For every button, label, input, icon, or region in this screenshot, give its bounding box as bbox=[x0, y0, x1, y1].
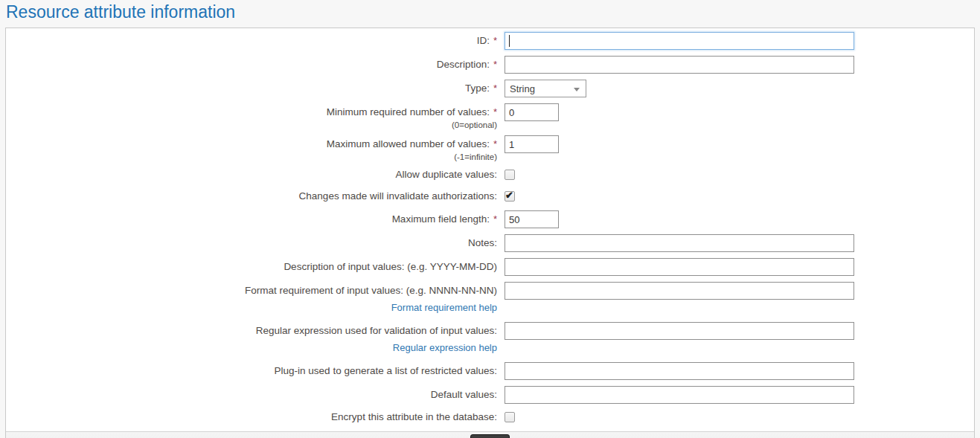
row-plugin: Plug-in used to generate a list of restr… bbox=[6, 362, 974, 380]
notes-input[interactable] bbox=[505, 234, 854, 252]
required-asterisk: * bbox=[493, 138, 497, 149]
page-title: Resource attribute information bbox=[6, 0, 980, 23]
required-asterisk: * bbox=[493, 83, 497, 94]
min-values-hint: (0=optional) bbox=[6, 120, 497, 129]
row-description: Description:* bbox=[6, 56, 974, 74]
add-button[interactable]: Add bbox=[470, 434, 509, 438]
resource-attribute-form: ID:* Description:* Type:* String bbox=[5, 28, 975, 438]
description-input[interactable] bbox=[505, 56, 854, 74]
page: { "page": { "title": "Resource attribute… bbox=[0, 0, 980, 438]
max-field-length-label: Maximum field length: bbox=[392, 213, 490, 225]
row-encrypt: Encrypt this attribute in the database: bbox=[6, 410, 974, 425]
row-type: Type:* String bbox=[6, 80, 974, 97]
row-invalidate-authorizations: Changes made will invalidate authorizati… bbox=[6, 189, 974, 204]
invalidate-authorizations-label: Changes made will invalidate authorizati… bbox=[299, 190, 497, 202]
max-values-hint: (-1=infinite) bbox=[6, 152, 497, 161]
min-values-input[interactable] bbox=[505, 103, 559, 121]
row-max-values: Maximum allowed number of values:* (-1=i… bbox=[6, 135, 974, 161]
row-allow-duplicates: Allow duplicate values: bbox=[6, 167, 974, 183]
row-notes: Notes: bbox=[6, 234, 974, 252]
default-values-input[interactable] bbox=[505, 386, 854, 404]
format-requirement-input[interactable] bbox=[505, 282, 854, 300]
regular-expression-label: Regular expression used for validation o… bbox=[256, 325, 497, 336]
text-caret bbox=[509, 35, 510, 47]
required-asterisk: * bbox=[493, 106, 497, 117]
regular-expression-help-link[interactable]: Regular expression help bbox=[393, 343, 497, 353]
type-select[interactable]: String bbox=[505, 80, 586, 97]
form-body: ID:* Description:* Type:* String bbox=[6, 28, 974, 425]
max-values-label: Maximum allowed number of values: bbox=[327, 138, 490, 149]
id-input[interactable] bbox=[505, 32, 854, 50]
notes-label: Notes: bbox=[468, 237, 497, 248]
row-default-values: Default values: bbox=[6, 386, 974, 404]
input-values-description-input[interactable] bbox=[505, 258, 854, 276]
required-asterisk: * bbox=[493, 213, 497, 225]
row-format-requirement: Format requirement of input values: (e.g… bbox=[6, 282, 974, 316]
plugin-input[interactable] bbox=[505, 362, 854, 380]
min-values-label: Minimum required number of values: bbox=[327, 106, 490, 117]
row-max-field-length: Maximum field length:* bbox=[6, 210, 974, 228]
max-values-input[interactable] bbox=[505, 135, 559, 153]
invalidate-authorizations-checkbox[interactable] bbox=[505, 191, 515, 202]
encrypt-label: Encrypt this attribute in the database: bbox=[331, 411, 497, 422]
description-label: Description: bbox=[437, 59, 490, 70]
form-footer: Add bbox=[6, 431, 974, 438]
row-min-values: Minimum required number of values:* (0=o… bbox=[6, 103, 974, 129]
regular-expression-input[interactable] bbox=[505, 322, 854, 340]
input-values-description-label: Description of input values: (e.g. YYYY-… bbox=[284, 261, 497, 272]
allow-duplicates-label: Allow duplicate values: bbox=[395, 169, 497, 180]
required-asterisk: * bbox=[493, 59, 497, 70]
encrypt-checkbox[interactable] bbox=[505, 412, 515, 422]
allow-duplicates-checkbox[interactable] bbox=[505, 170, 515, 180]
required-asterisk: * bbox=[493, 35, 497, 46]
row-input-values-description: Description of input values: (e.g. YYYY-… bbox=[6, 258, 974, 276]
id-label: ID: bbox=[477, 35, 490, 46]
row-id: ID:* bbox=[6, 32, 974, 50]
format-requirement-label: Format requirement of input values: (e.g… bbox=[245, 285, 497, 296]
plugin-label: Plug-in used to generate a list of restr… bbox=[275, 365, 497, 376]
type-label: Type: bbox=[465, 83, 490, 94]
type-select-value: String bbox=[510, 83, 535, 94]
format-requirement-help-link[interactable]: Format requirement help bbox=[391, 303, 497, 313]
max-field-length-input[interactable] bbox=[505, 210, 559, 228]
default-values-label: Default values: bbox=[431, 389, 497, 400]
chevron-down-icon bbox=[574, 88, 580, 91]
row-regular-expression: Regular expression used for validation o… bbox=[6, 322, 974, 356]
